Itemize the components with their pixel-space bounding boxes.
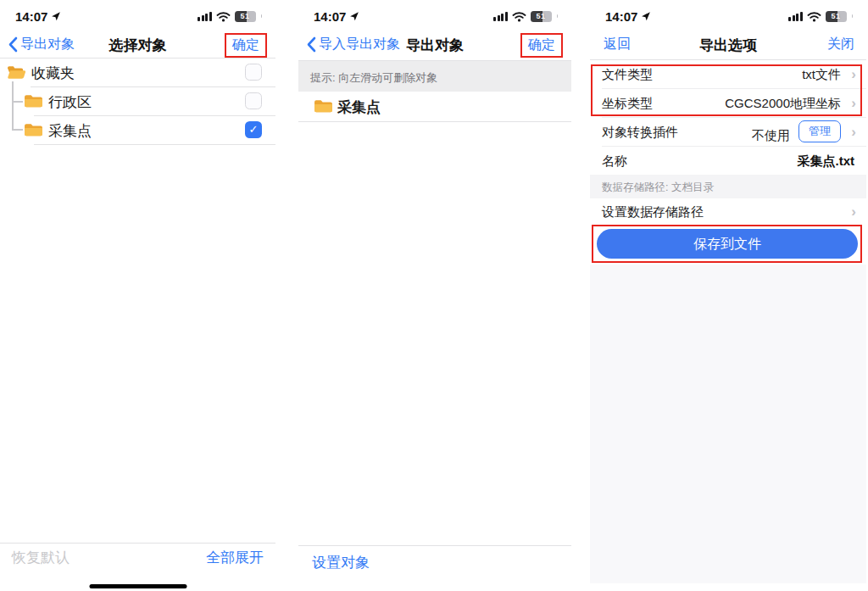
battery-percent: 51 (235, 11, 256, 22)
tree-row-favorites[interactable]: 收藏夹 (0, 58, 275, 86)
location-arrow-icon (349, 11, 359, 21)
row-value: 不使用 (752, 128, 790, 144)
expand-all-button[interactable]: 全部展开 (206, 548, 264, 567)
checkbox-unchecked[interactable] (245, 64, 262, 81)
location-arrow-icon (641, 11, 651, 21)
row-value: CGCS2000地理坐标 (725, 96, 841, 112)
section-header-storage-path: 数据存储路径: 文档目录 (590, 175, 866, 198)
battery-percent: 51 (531, 11, 552, 22)
row-label: 文件类型 (602, 67, 653, 83)
folder-open-icon (7, 64, 26, 80)
confirm-button[interactable]: 确定 (520, 33, 563, 58)
screenshot-canvas: 14:07 51 导出对象 选择对象 确定 (0, 0, 868, 591)
row-conversion-plugin[interactable]: 对象转换插件 不使用 管理 › (590, 117, 866, 146)
row-value: txt文件 (802, 67, 841, 83)
divider (0, 543, 275, 544)
tree-label: 收藏夹 (31, 64, 75, 83)
section-header-text: 数据存储路径: 文档目录 (602, 181, 714, 195)
tip-text: 提示: 向左滑动可删除对象 (310, 70, 437, 86)
close-button[interactable]: 关闭 (827, 36, 854, 53)
page-background (590, 265, 866, 583)
confirm-button[interactable]: 确定 (225, 33, 267, 58)
checkbox-unchecked[interactable] (245, 92, 262, 109)
chevron-right-icon: › (851, 125, 856, 139)
status-icons: 51 (788, 11, 853, 22)
wifi-icon (216, 11, 231, 22)
row-label: 坐标类型 (602, 96, 653, 112)
location-arrow-icon (51, 11, 61, 21)
tree-label: 采集点 (48, 121, 92, 141)
time-text: 14:07 (314, 9, 346, 24)
chevron-right-icon: › (851, 96, 856, 110)
clock: 14:07 (605, 9, 651, 24)
checkbox-checked[interactable]: ✓ (245, 121, 262, 138)
folder-icon (24, 122, 43, 137)
tree-row-admin-region[interactable]: 行政区 (0, 86, 275, 115)
nav-bar: 导入导出对象 导出对象 确定 (298, 32, 571, 59)
battery-percent: 51 (826, 11, 847, 22)
row-name[interactable]: 名称 采集点.txt (590, 146, 866, 175)
screen-export-options: 14:07 51 返回 导出选项 关闭 文件类型 txt文件 (590, 0, 866, 591)
tip-banner: 提示: 向左滑动可删除对象 (298, 61, 571, 92)
screen-export-objects: 14:07 51 导入导出对象 导出对象 确定 (298, 0, 571, 591)
row-label: 名称 (602, 153, 627, 170)
chevron-right-icon: › (851, 67, 856, 81)
save-to-file-button[interactable]: 保存到文件 (597, 229, 858, 259)
restore-default-button[interactable]: 恢复默认 (12, 548, 70, 567)
row-value: 采集点.txt (798, 153, 855, 170)
status-icons: 51 (198, 11, 262, 22)
clock: 14:07 (314, 9, 359, 24)
nav-bar: 返回 导出选项 关闭 (590, 32, 866, 59)
status-icons: 51 (493, 11, 558, 22)
battery-icon: 51 (235, 11, 256, 22)
wifi-icon (807, 11, 821, 22)
tree-label: 行政区 (48, 92, 92, 112)
folder-icon (314, 98, 333, 114)
clock: 14:07 (15, 9, 61, 24)
status-bar: 14:07 51 (0, 7, 275, 25)
battery-icon: 51 (531, 11, 552, 22)
set-objects-button[interactable]: 设置对象 (312, 553, 370, 572)
signal-icon (788, 12, 803, 21)
time-text: 14:07 (605, 9, 637, 24)
row-file-type[interactable]: 文件类型 txt文件 › (590, 59, 866, 88)
divider (34, 144, 275, 145)
battery-nub (261, 14, 263, 18)
battery-icon: 51 (826, 11, 847, 22)
screen-select-objects: 14:07 51 导出对象 选择对象 确定 (0, 0, 275, 591)
wifi-icon (512, 11, 526, 22)
signal-icon (493, 12, 508, 21)
signal-icon (198, 12, 212, 21)
divider (298, 545, 571, 546)
tree-connector-vertical (12, 81, 14, 130)
battery-nub (557, 14, 559, 18)
row-set-storage-path[interactable]: 设置数据存储路径 › (590, 198, 866, 224)
home-indicator[interactable] (89, 584, 186, 589)
row-label: 设置数据存储路径 (602, 204, 704, 220)
page-title: 导出选项 (590, 36, 866, 55)
tree-row-collection-points[interactable]: 采集点 ✓ (0, 115, 275, 144)
battery-nub (852, 14, 854, 18)
list-item-label: 采集点 (337, 98, 381, 117)
chevron-right-icon: › (851, 204, 856, 219)
nav-bar: 导出对象 选择对象 确定 (0, 32, 275, 59)
list-item-collection-points[interactable]: 采集点 (298, 92, 571, 121)
divider (298, 121, 571, 122)
status-bar: 14:07 51 (590, 7, 866, 25)
row-label: 对象转换插件 (602, 125, 678, 141)
row-coordinate-type[interactable]: 坐标类型 CGCS2000地理坐标 › (590, 88, 866, 117)
manage-button[interactable]: 管理 (798, 120, 841, 142)
tree-connector-horizontal (12, 129, 23, 131)
status-bar: 14:07 51 (298, 7, 571, 25)
time-text: 14:07 (15, 9, 47, 24)
tree-connector-horizontal (12, 101, 23, 103)
folder-icon (24, 93, 43, 109)
